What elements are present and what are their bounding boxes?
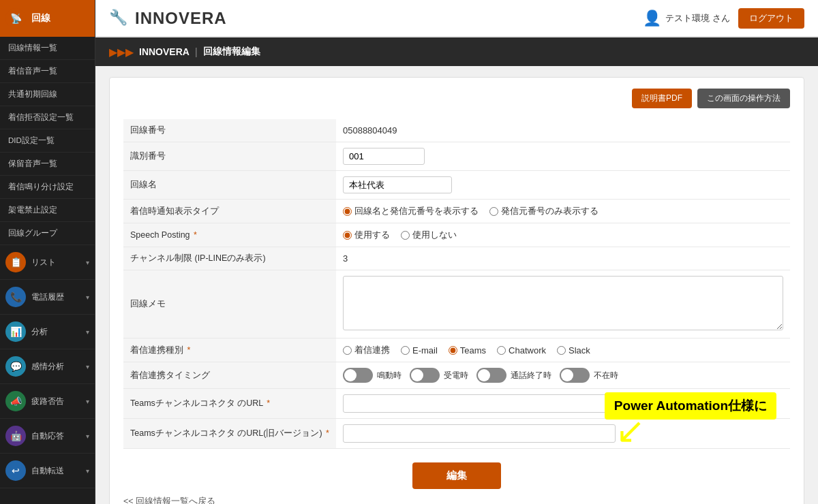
chevron-down-icon2: ▾: [86, 294, 89, 301]
back-link[interactable]: << 回線情報一覧へ戻る: [123, 496, 790, 504]
sidebar-top-label: 回線: [31, 12, 50, 25]
sidebar-icon-list-label: リスト: [31, 257, 56, 268]
radio-display-option1-input[interactable]: [343, 207, 352, 216]
sidebar-icon-auto-answer-label: 自動応答: [31, 430, 64, 442]
label-display-type: 着信時通知表示タイプ: [123, 200, 336, 223]
breadcrumb-separator: |: [195, 46, 198, 57]
value-line-number: 05088804049: [336, 119, 790, 142]
radio-linkage-type: 着信連携 E-mail Teams: [343, 344, 783, 356]
user-label: テスト環境 さん: [665, 12, 730, 25]
list-icon: 📋: [5, 252, 26, 272]
sidebar-item-line-list[interactable]: 回線情報一覧: [0, 37, 95, 60]
breadcrumb-company: INNOVERA: [139, 46, 190, 57]
edit-button[interactable]: 編集: [412, 462, 501, 489]
radio-email[interactable]: E-mail: [401, 345, 438, 356]
sidebar-item-hold-voice[interactable]: 保留音声一覧: [0, 153, 95, 176]
toggle-item-ring: 鳴動時: [343, 368, 402, 383]
radio-use-option[interactable]: 使用する: [343, 229, 390, 241]
radio-incoming-link[interactable]: 着信連携: [343, 344, 390, 356]
sidebar-item-analysis[interactable]: 📊 分析 ▾: [0, 315, 95, 349]
sidebar-item-list[interactable]: 📋 リスト ▾: [0, 245, 95, 280]
input-line-name[interactable]: [343, 176, 452, 193]
sidebar-item-common-line[interactable]: 共通初期回線: [0, 83, 95, 106]
toggle-receive[interactable]: [410, 368, 440, 383]
row-linkage-type: 着信連携種別 * 着信連携 E-mail: [123, 338, 790, 362]
toggle-absent-slider: [560, 368, 590, 383]
value-display-type: 回線名と発信元番号を表示する 発信元番号のみ表示する: [336, 200, 790, 223]
toggle-ring[interactable]: [343, 368, 373, 383]
radio-no-use-input[interactable]: [401, 231, 410, 240]
toggle-absent-label: 不在時: [594, 370, 618, 381]
radio-display-option2-label: 発信元番号のみ表示する: [501, 205, 599, 217]
sidebar-item-auto-transfer[interactable]: ↩ 自動転送 ▾: [0, 454, 95, 488]
required-mark1: *: [194, 230, 197, 240]
static-channel-limit: 3: [343, 253, 348, 264]
radio-no-use-label: 使用しない: [412, 229, 457, 241]
radio-incoming-link-input[interactable]: [343, 346, 352, 355]
chevron-down-icon: ▾: [86, 259, 89, 266]
radio-use-input[interactable]: [343, 231, 352, 240]
sidebar-menu: 回線情報一覧 着信音声一覧 共通初期回線 着信拒否設定一覧 DID設定一覧 保留…: [0, 37, 95, 504]
radio-chatwork[interactable]: Chatwork: [497, 345, 546, 356]
value-speech-posting: 使用する 使用しない: [336, 223, 790, 247]
sidebar-item-line-group[interactable]: 回線グループ: [0, 222, 95, 245]
sidebar-item-ring-sort[interactable]: 着信鳴り分け設定: [0, 176, 95, 199]
radio-display-option1[interactable]: 回線名と発信元番号を表示する: [343, 205, 479, 217]
textarea-memo[interactable]: [343, 276, 783, 330]
form-card: 説明書PDF この画面の操作方法 回線番号 05088804049 識別番号: [109, 77, 804, 504]
row-line-number: 回線番号 05088804049: [123, 119, 790, 142]
sidebar-top-icon: 📡: [5, 8, 26, 29]
toggle-end-call-slider: [476, 368, 506, 383]
sidebar-icon-report-label: 疲路否告: [31, 396, 64, 407]
toggle-absent[interactable]: [560, 368, 590, 383]
toggle-ring-label: 鳴動時: [377, 370, 402, 381]
chevron-down-icon7: ▾: [86, 467, 89, 475]
input-teams-url-legacy[interactable]: [343, 424, 616, 443]
radio-teams-input[interactable]: [449, 346, 457, 355]
logo: 🔧 INNOVERA: [109, 9, 227, 28]
toggle-item-receive: 受電時: [410, 368, 468, 383]
radio-email-input[interactable]: [401, 346, 410, 355]
sidebar-item-reject-settings[interactable]: 着信拒否設定一覧: [0, 106, 95, 129]
radio-speech-posting: 使用する 使用しない: [343, 229, 783, 241]
sidebar-item-call-ban[interactable]: 架電禁止設定: [0, 199, 95, 222]
sidebar-top-item[interactable]: 📡 回線: [0, 0, 95, 37]
value-channel-limit: 3: [336, 247, 790, 270]
input-identifier[interactable]: [343, 148, 425, 165]
edit-btn-row: 編集: [123, 462, 790, 489]
sidebar-item-sentiment[interactable]: 💬 感情分析 ▾: [0, 349, 95, 384]
radio-teams[interactable]: Teams: [449, 345, 486, 356]
sidebar-item-did-settings[interactable]: DID設定一覧: [0, 129, 95, 153]
sidebar: 📡 回線 回線情報一覧 着信音声一覧 共通初期回線 着信拒否設定一覧 DID設定…: [0, 0, 95, 504]
toggle-receive-slider: [410, 368, 440, 383]
row-display-type: 着信時通知表示タイプ 回線名と発信元番号を表示する 発信元番号のみ表示する: [123, 200, 790, 223]
logout-button[interactable]: ログアウト: [738, 8, 804, 29]
doc-pdf-button[interactable]: 説明書PDF: [632, 89, 692, 108]
radio-slack[interactable]: Slack: [557, 345, 590, 356]
toggle-receive-label: 受電時: [444, 370, 468, 381]
user-icon: 👤: [643, 10, 661, 27]
report-icon: 📣: [5, 391, 26, 411]
sidebar-item-report[interactable]: 📣 疲路否告 ▾: [0, 384, 95, 419]
sentiment-icon: 💬: [5, 356, 26, 377]
label-linkage-timing: 着信連携タイミング: [123, 362, 336, 389]
input-teams-url[interactable]: [343, 394, 616, 413]
label-teams-url: Teamsチャンネルコネクタ のURL *: [123, 389, 336, 419]
radio-slack-input[interactable]: [557, 346, 566, 355]
sidebar-item-auto-answer[interactable]: 🤖 自動応答 ▾: [0, 419, 95, 454]
sidebar-item-call-history[interactable]: 📞 電話履歴 ▾: [0, 280, 95, 315]
content-area: 説明書PDF この画面の操作方法 回線番号 05088804049 識別番号: [95, 66, 818, 504]
chevron-down-icon3: ▾: [86, 328, 89, 336]
help-button[interactable]: この画面の操作方法: [697, 89, 790, 108]
toggle-end-call[interactable]: [476, 368, 506, 383]
radio-no-use-option[interactable]: 使用しない: [401, 229, 457, 241]
static-line-number: 05088804049: [343, 125, 397, 136]
radio-chatwork-label: Chatwork: [509, 345, 546, 356]
radio-chatwork-input[interactable]: [497, 346, 506, 355]
value-linkage-type: 着信連携 E-mail Teams: [336, 338, 790, 362]
required-mark3: *: [267, 398, 270, 408]
radio-display-option2[interactable]: 発信元番号のみ表示する: [489, 205, 599, 217]
radio-display-option2-input[interactable]: [489, 207, 498, 216]
breadcrumb-title: 回線情報編集: [203, 46, 260, 58]
sidebar-item-incoming-voice[interactable]: 着信音声一覧: [0, 60, 95, 83]
